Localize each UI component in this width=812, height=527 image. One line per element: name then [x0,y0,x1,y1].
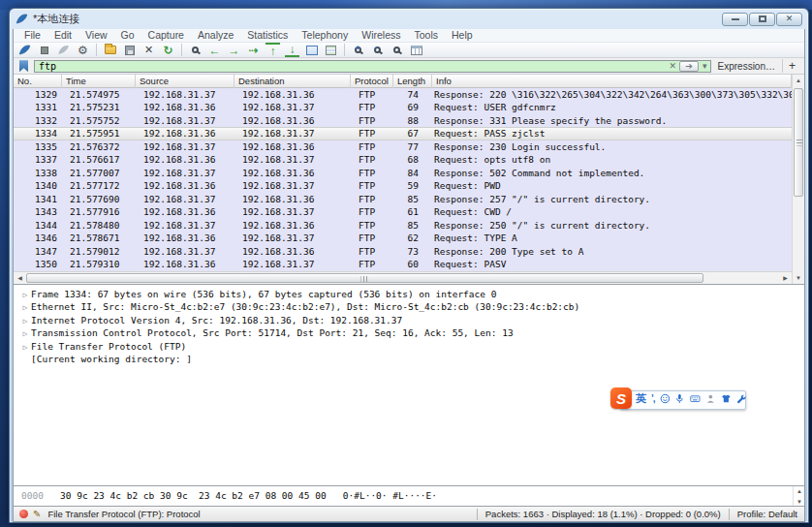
stop-capture-icon[interactable] [37,43,51,57]
capture-options-icon[interactable]: ⚙ [76,43,90,57]
packet-row[interactable]: 1338 21.577007 192.168.31.37 192.168.31.… [14,167,792,180]
expression-button[interactable]: Expression… [714,61,779,72]
horizontal-scrollbar[interactable]: ◀ ▶ [14,271,792,284]
expand-arrow-icon[interactable]: ▷ [19,301,31,315]
filter-apply-icon[interactable]: ➔ [679,61,699,72]
column-no[interactable]: No. [14,75,62,88]
menu-item[interactable]: File [17,29,47,41]
menu-item[interactable]: Go [114,29,141,41]
skin-icon[interactable] [721,392,732,405]
go-forward-icon[interactable]: → [227,43,241,57]
go-bottom-icon[interactable]: ↓ [285,43,299,57]
filter-bookmark-icon[interactable] [19,60,28,72]
vertical-scrollbar[interactable]: ▲ ▼ [792,75,804,284]
start-capture-icon[interactable] [17,43,32,57]
account-icon[interactable] [705,392,716,405]
menu-item[interactable]: View [78,29,114,41]
microphone-icon[interactable] [674,392,685,405]
menu-item[interactable]: Wireless [355,29,407,41]
column-destination[interactable]: Destination [234,75,351,88]
title-bar[interactable]: *本地连接 ✕ [10,9,808,29]
expand-arrow-icon[interactable]: ▷ [19,327,31,341]
menu-item[interactable]: Capture [141,29,191,41]
packet-row[interactable]: 1329 21.574975 192.168.31.37 192.168.31.… [14,88,792,102]
hex-scroll-down-icon[interactable]: ▼ [794,497,805,506]
expand-arrow-icon[interactable]: ▷ [19,289,31,302]
packet-row[interactable]: 1332 21.575752 192.168.31.37 192.168.31.… [14,114,792,128]
zoom-reset-icon[interactable] [390,43,404,57]
scroll-right-icon[interactable]: ▶ [779,272,792,284]
language-toggle-icon[interactable]: 英 [636,391,646,406]
detail-line[interactable]: ▷File Transfer Protocol (FTP) [14,340,804,354]
hex-scrollbar[interactable]: ▲ ▼ [793,486,804,506]
detail-line[interactable]: ▷[Current working directory: ] [14,353,804,366]
hex-scroll-up-icon[interactable]: ▲ [794,486,805,495]
packet-row[interactable]: 1350 21.579310 192.168.31.36 192.168.31.… [14,258,792,271]
close-button[interactable]: ✕ [776,13,802,26]
filter-dropdown-icon[interactable]: ▾ [700,61,710,71]
detail-line[interactable]: ▷Internet Protocol Version 4, Src: 192.1… [14,314,804,327]
go-to-packet-icon[interactable]: ⇢ [246,43,261,57]
hex-line[interactable]: 0000 30 9c 23 4c b2 cb 30 9c 23 4c b2 e7… [14,486,793,506]
maximize-button[interactable] [749,13,775,26]
menu-item[interactable]: Edit [47,29,78,41]
go-top-icon[interactable]: ↑ [265,43,280,57]
save-file-icon[interactable] [122,43,137,57]
restart-capture-icon[interactable] [56,43,71,57]
zoom-in-icon[interactable]: + [351,43,365,57]
horizontal-scroll-thumb[interactable] [26,273,703,283]
capture-comment-icon[interactable]: ✎ [33,509,41,519]
punctuation-toggle-icon[interactable]: ’, [651,393,655,404]
packet-row[interactable]: 1343 21.577916 192.168.31.36 192.168.31.… [14,205,792,219]
column-time[interactable]: Time [62,75,136,88]
detail-line[interactable]: ▷Ethernet II, Src: Micro-St_4c:b2:e7 (30… [14,300,804,314]
scroll-up-icon[interactable]: ▲ [793,75,805,86]
go-back-icon[interactable]: ← [207,43,222,57]
expand-arrow-icon[interactable]: ▷ [19,341,31,355]
colorize-icon[interactable] [324,43,338,57]
status-profile[interactable]: Profile: Default [731,509,804,519]
packet-row[interactable]: 1335 21.576372 192.168.31.37 192.168.31.… [14,140,792,154]
zoom-out-icon[interactable]: − [370,43,385,57]
resize-columns-icon[interactable] [409,43,423,57]
open-file-icon[interactable] [103,43,117,57]
column-protocol[interactable]: Protocol [351,75,393,88]
detail-line[interactable]: ▷Transmission Control Protocol, Src Port… [14,326,804,340]
expand-arrow-icon[interactable]: ▷ [19,315,31,328]
soft-keyboard-icon[interactable] [690,392,701,405]
close-file-icon[interactable]: ✕ [141,43,156,57]
sogou-logo-icon[interactable]: S [610,388,632,409]
packet-row[interactable]: 1337 21.576617 192.168.31.36 192.168.31.… [14,153,792,167]
detail-line[interactable]: ▷Frame 1334: 67 bytes on wire (536 bits)… [14,288,804,301]
menu-item[interactable]: Telephony [295,29,355,41]
packet-row[interactable]: 1347 21.579012 192.168.31.37 192.168.31.… [14,245,792,259]
autoscroll-icon[interactable] [304,43,319,57]
display-filter-input[interactable] [35,61,666,72]
filter-clear-icon[interactable]: ✕ [666,61,679,71]
packet-row[interactable]: 1331 21.575231 192.168.31.36 192.168.31.… [14,101,792,114]
packet-row[interactable]: 1344 21.578480 192.168.31.37 192.168.31.… [14,219,792,232]
cell-protocol: FTP [351,101,393,114]
vertical-scroll-thumb[interactable] [794,88,803,197]
find-packet-icon[interactable] [188,43,203,57]
packet-row[interactable]: 1346 21.578671 192.168.31.36 192.168.31.… [14,232,792,245]
column-length[interactable]: Length [393,75,432,88]
packet-row[interactable]: 1334 21.575951 192.168.31.36 192.168.31.… [14,127,792,140]
minimize-button[interactable] [722,13,748,26]
menu-item[interactable]: Tools [407,29,445,41]
reload-icon[interactable]: ↻ [161,43,175,57]
menu-item[interactable]: Analyze [191,29,240,41]
column-info[interactable]: Info [432,75,792,88]
menu-item[interactable]: Statistics [240,29,295,41]
packet-row[interactable]: 1340 21.577172 192.168.31.36 192.168.31.… [14,179,792,193]
menu-item[interactable]: Help [445,29,480,41]
scroll-left-icon[interactable]: ◀ [14,272,26,284]
emoji-icon[interactable] [660,392,671,405]
expert-info-icon[interactable] [19,510,28,518]
toolbox-icon[interactable] [735,392,746,405]
add-filter-button[interactable]: + [782,59,801,73]
scroll-down-icon[interactable]: ▼ [793,272,805,284]
packet-row[interactable]: 1341 21.577690 192.168.31.37 192.168.31.… [14,193,792,206]
column-source[interactable]: Source [136,75,234,88]
window-title: *本地连接 [33,12,79,26]
